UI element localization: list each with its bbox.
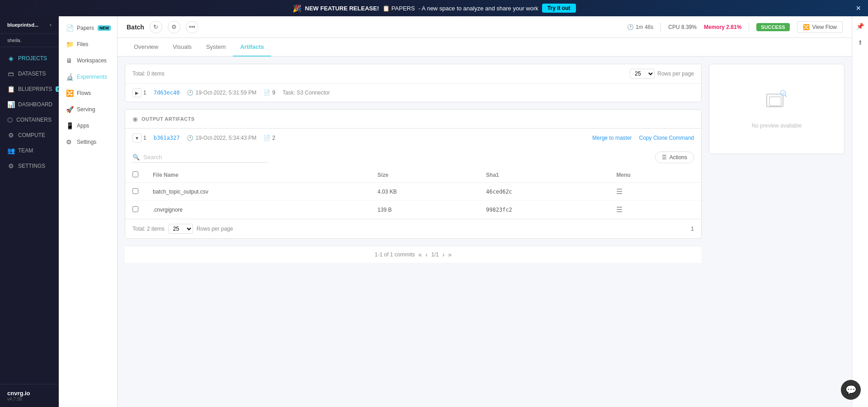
second-sidebar-label: Settings: [77, 139, 96, 145]
copy-clone-command-button[interactable]: Copy Clone Command: [639, 135, 694, 141]
next-page-button[interactable]: ›: [443, 251, 445, 258]
try-it-out-button[interactable]: Try it out: [542, 4, 576, 13]
commit-actions: Merge to master Copy Clone Command: [592, 135, 694, 141]
workspaces-icon: 🖥: [66, 57, 73, 64]
output-commit-row[interactable]: ▼ 1 b361a327 🕐 19-Oct-2022, 5:34:43 PM 📄…: [125, 128, 701, 147]
sidebar-item-datasets[interactable]: 🗃 DATASETS: [0, 66, 59, 81]
second-sidebar: 📄 Papers NEW 📁 Files 🖥 Workspaces 🔬 Expe…: [59, 16, 118, 407]
second-sidebar-flows[interactable]: 🔀 Flows: [59, 85, 117, 101]
time-stat: 🕐 1m 48s: [627, 24, 653, 30]
sidebar-item-team[interactable]: 👥 TEAM: [0, 143, 59, 158]
file-menu-button-2[interactable]: ☰: [616, 205, 623, 214]
list-icon: ☰: [662, 154, 667, 161]
tab-overview[interactable]: Overview: [127, 38, 165, 57]
rows-label: Rows per page: [657, 71, 694, 77]
second-sidebar-label: Flows: [77, 90, 91, 96]
second-sidebar-serving[interactable]: 🚀 Serving: [59, 101, 117, 118]
merge-to-master-button[interactable]: Merge to master: [592, 135, 632, 141]
expand-btn-output[interactable]: ▼: [132, 133, 142, 142]
rows-per-page-select-output[interactable]: 25 50 100: [168, 224, 193, 234]
input-artifacts-card: Total: 0 items 25 50 100 Rows per page: [125, 64, 702, 102]
select-all-checkbox[interactable]: [132, 171, 138, 177]
status-badge: SUCCESS: [756, 23, 789, 31]
file-menu-cell: ☰: [609, 183, 701, 201]
sidebar-item-projects[interactable]: ◈ PROJECTS: [0, 51, 59, 66]
settings-header-button[interactable]: ⚙: [168, 21, 180, 33]
apps-icon: 📱: [66, 122, 73, 129]
rows-label-output: Rows per page: [197, 226, 233, 232]
sidebar-item-dashboard[interactable]: 📊 DASHBOARD: [0, 97, 59, 112]
view-flow-button[interactable]: 🔀 View Flow: [797, 21, 843, 33]
more-options-button[interactable]: •••: [186, 21, 198, 33]
total-items-input: Total: 0 items: [132, 71, 165, 77]
version-label: v4.7.56: [7, 397, 52, 402]
second-sidebar-settings[interactable]: ⚙ Settings: [59, 134, 117, 150]
banner-close-button[interactable]: ×: [856, 4, 861, 13]
sidebar-item-containers[interactable]: ⬡ CONTAINERS: [0, 112, 59, 128]
input-commit-row[interactable]: ▶ 1 7d63ec40 🕐 19-Oct-2022, 5:31:59 PM 📄…: [125, 83, 701, 102]
commit-hash-output[interactable]: b361a327: [154, 135, 180, 141]
last-page-button[interactable]: »: [448, 251, 452, 258]
actions-button[interactable]: ☰ Actions: [655, 151, 694, 163]
table-footer-right: 1: [691, 226, 694, 232]
second-sidebar-label: Serving: [77, 106, 95, 113]
row-checkbox: [125, 183, 146, 201]
pin-tool-button[interactable]: 📌: [854, 20, 867, 33]
row-checkbox-1[interactable]: [132, 188, 138, 194]
time-value: 1m 48s: [636, 24, 653, 30]
second-sidebar-experiments[interactable]: 🔬 Experiments: [59, 69, 117, 85]
tab-system[interactable]: System: [199, 38, 233, 57]
search-icon: 🔍: [132, 154, 140, 161]
search-input[interactable]: [143, 154, 268, 161]
tab-artifacts[interactable]: Artifacts: [233, 38, 271, 57]
commit-expand-input[interactable]: ▶ 1: [132, 88, 146, 97]
commits-info: 1-1 of 1 commits: [375, 251, 415, 258]
sidebar-item-label: DASHBOARD: [18, 101, 52, 108]
sidebar-item-settings[interactable]: ⚙ SETTINGS: [0, 158, 59, 174]
file-sha-cell: 46ced62c: [479, 183, 609, 201]
expand-btn-input[interactable]: ▶: [132, 88, 142, 97]
prev-page-button[interactable]: ‹: [425, 251, 428, 258]
containers-icon: ⬡: [7, 116, 13, 123]
banner-icon: 🎉: [292, 4, 302, 13]
brand-name: cnvrg.io: [7, 390, 52, 397]
sidebar-item-label: DATASETS: [18, 71, 46, 77]
upload-tool-button[interactable]: ⬆: [854, 36, 867, 49]
commit-expand-output[interactable]: ▼ 1: [132, 133, 146, 142]
commit-hash-input[interactable]: 7d63ec40: [154, 90, 180, 96]
file-menu-cell: ☰: [609, 201, 701, 219]
sidebar-item-blueprints[interactable]: 📋 BLUEPRINTS BETA: [0, 81, 59, 97]
file-name-cell: batch_topic_output.csv: [146, 183, 370, 201]
sidebar-item-compute[interactable]: ⚙ COMPUTE: [0, 128, 59, 143]
rows-per-page-select-input[interactable]: 25 50 100: [630, 69, 655, 79]
file-menu-button-1[interactable]: ☰: [616, 187, 623, 196]
experiments-icon: 🔬: [66, 73, 73, 80]
row-checkbox-2[interactable]: [132, 206, 138, 212]
sidebar-logo: blueprintsd... ‹: [0, 16, 59, 34]
file-table-controls: 🔍 ☰ Actions: [125, 147, 701, 168]
second-sidebar-label: Papers: [77, 25, 94, 31]
commit-number-input: 1: [143, 90, 146, 96]
main-content: Batch ↻ ⚙ ••• 🕐 1m 48s CPU 8.39% Memory …: [118, 16, 852, 407]
commit-number-output: 1: [143, 135, 146, 141]
file-table: File Name Size Sha1 Menu ba: [125, 168, 701, 219]
refresh-button[interactable]: ↻: [150, 21, 162, 33]
sha1-header: Sha1: [479, 168, 609, 183]
tab-visuals[interactable]: Visuals: [165, 38, 199, 57]
size-header: Size: [370, 168, 479, 183]
second-sidebar-files[interactable]: 📁 Files: [59, 36, 117, 52]
files-icon: 📁: [66, 41, 73, 48]
second-sidebar-workspaces[interactable]: 🖥 Workspaces: [59, 52, 117, 69]
first-page-button[interactable]: «: [419, 251, 422, 258]
second-sidebar-apps[interactable]: 📱 Apps: [59, 118, 117, 134]
collapse-sidebar-button[interactable]: ‹: [50, 22, 52, 28]
file-name-cell: .cnvrgignore: [146, 201, 370, 219]
artifacts-panel: Total: 0 items 25 50 100 Rows per page: [125, 64, 702, 400]
sidebar-item-label: COMPUTE: [18, 132, 45, 138]
dashboard-icon: 📊: [7, 101, 14, 108]
second-sidebar-papers[interactable]: 📄 Papers NEW: [59, 20, 117, 36]
table-footer-left: Total: 2 items 25 50 100 Rows per page: [132, 224, 233, 234]
chat-button[interactable]: 💬: [841, 380, 861, 400]
datasets-icon: 🗃: [7, 70, 14, 77]
flows-icon: 🔀: [66, 90, 73, 97]
